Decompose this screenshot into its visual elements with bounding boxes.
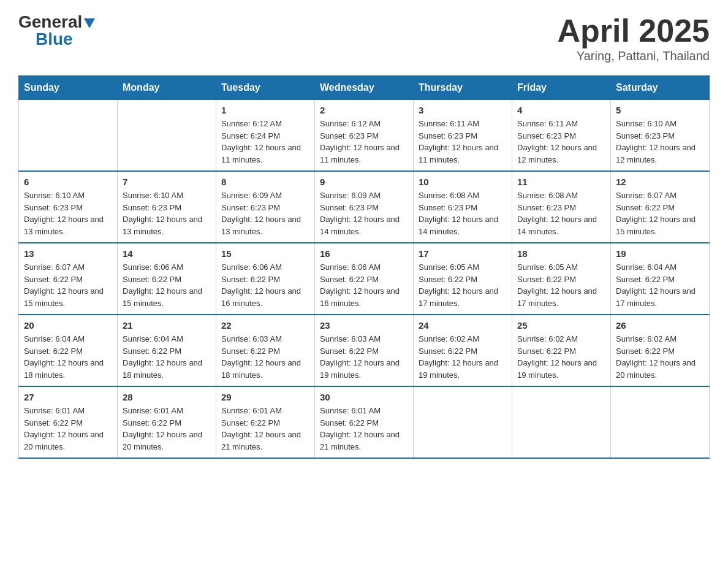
day-cell: 17Sunrise: 6:05 AMSunset: 6:22 PMDayligh… xyxy=(414,243,512,315)
day-info: Sunrise: 6:10 AMSunset: 6:23 PMDaylight:… xyxy=(123,190,211,237)
day-info: Sunrise: 6:09 AMSunset: 6:23 PMDaylight:… xyxy=(221,190,309,237)
day-number: 16 xyxy=(320,248,408,259)
day-cell: 20Sunrise: 6:04 AMSunset: 6:22 PMDayligh… xyxy=(19,315,118,386)
day-info: Sunrise: 6:06 AMSunset: 6:22 PMDaylight:… xyxy=(320,261,408,309)
day-number: 13 xyxy=(24,248,112,259)
day-number: 19 xyxy=(616,248,704,259)
day-number: 11 xyxy=(517,177,605,187)
day-info: Sunrise: 6:06 AMSunset: 6:22 PMDaylight:… xyxy=(123,261,211,309)
day-number: 17 xyxy=(419,248,507,259)
day-info: Sunrise: 6:05 AMSunset: 6:22 PMDaylight:… xyxy=(517,261,605,309)
day-info: Sunrise: 6:09 AMSunset: 6:23 PMDaylight:… xyxy=(320,190,408,237)
day-info: Sunrise: 6:04 AMSunset: 6:22 PMDaylight:… xyxy=(123,333,211,381)
header-friday: Friday xyxy=(512,76,611,100)
day-cell xyxy=(414,386,512,458)
day-number: 26 xyxy=(616,320,704,331)
day-number: 29 xyxy=(221,392,309,402)
day-info: Sunrise: 6:01 AMSunset: 6:22 PMDaylight:… xyxy=(221,405,309,453)
day-cell xyxy=(19,100,118,172)
day-number: 28 xyxy=(123,392,211,402)
day-number: 2 xyxy=(320,105,408,115)
logo: General Blue xyxy=(18,12,95,49)
day-number: 10 xyxy=(419,177,507,187)
day-cell: 1Sunrise: 6:12 AMSunset: 6:24 PMDaylight… xyxy=(216,100,315,172)
header-wednesday: Wednesday xyxy=(315,76,414,100)
day-cell: 3Sunrise: 6:11 AMSunset: 6:23 PMDaylight… xyxy=(414,100,512,172)
day-cell: 25Sunrise: 6:02 AMSunset: 6:22 PMDayligh… xyxy=(512,315,611,386)
day-number: 9 xyxy=(320,177,408,187)
calendar-table: SundayMondayTuesdayWednesdayThursdayFrid… xyxy=(18,75,710,459)
day-info: Sunrise: 6:10 AMSunset: 6:23 PMDaylight:… xyxy=(616,118,704,166)
page-header: General Blue April 2025 Yaring, Pattani,… xyxy=(18,12,710,63)
logo-blue-label: Blue xyxy=(36,29,73,48)
day-cell: 14Sunrise: 6:06 AMSunset: 6:22 PMDayligh… xyxy=(118,243,216,315)
day-cell: 27Sunrise: 6:01 AMSunset: 6:22 PMDayligh… xyxy=(19,386,118,458)
day-info: Sunrise: 6:11 AMSunset: 6:23 PMDaylight:… xyxy=(517,118,605,166)
day-number: 24 xyxy=(419,320,507,331)
day-cell: 9Sunrise: 6:09 AMSunset: 6:23 PMDaylight… xyxy=(315,171,414,243)
day-number: 23 xyxy=(320,320,408,331)
day-info: Sunrise: 6:01 AMSunset: 6:22 PMDaylight:… xyxy=(320,405,408,453)
day-cell: 5Sunrise: 6:10 AMSunset: 6:23 PMDaylight… xyxy=(611,100,710,172)
day-info: Sunrise: 6:02 AMSunset: 6:22 PMDaylight:… xyxy=(517,333,605,381)
week-row-3: 13Sunrise: 6:07 AMSunset: 6:22 PMDayligh… xyxy=(19,243,710,315)
day-number: 5 xyxy=(616,105,704,115)
week-row-2: 6Sunrise: 6:10 AMSunset: 6:23 PMDaylight… xyxy=(19,171,710,243)
day-number: 3 xyxy=(419,105,507,115)
header-thursday: Thursday xyxy=(414,76,512,100)
day-info: Sunrise: 6:07 AMSunset: 6:22 PMDaylight:… xyxy=(24,261,112,309)
day-number: 21 xyxy=(123,320,211,331)
day-cell xyxy=(118,100,216,172)
day-cell: 19Sunrise: 6:04 AMSunset: 6:22 PMDayligh… xyxy=(611,243,710,315)
day-info: Sunrise: 6:03 AMSunset: 6:22 PMDaylight:… xyxy=(221,333,309,381)
week-row-1: 1Sunrise: 6:12 AMSunset: 6:24 PMDaylight… xyxy=(19,100,710,172)
day-cell: 23Sunrise: 6:03 AMSunset: 6:22 PMDayligh… xyxy=(315,315,414,386)
day-cell: 29Sunrise: 6:01 AMSunset: 6:22 PMDayligh… xyxy=(216,386,315,458)
day-cell: 28Sunrise: 6:01 AMSunset: 6:22 PMDayligh… xyxy=(118,386,216,458)
logo-triangle-icon xyxy=(84,18,95,28)
day-info: Sunrise: 6:06 AMSunset: 6:22 PMDaylight:… xyxy=(221,261,309,309)
day-info: Sunrise: 6:04 AMSunset: 6:22 PMDaylight:… xyxy=(616,261,704,309)
day-cell: 21Sunrise: 6:04 AMSunset: 6:22 PMDayligh… xyxy=(118,315,216,386)
day-number: 20 xyxy=(24,320,112,331)
day-cell: 2Sunrise: 6:12 AMSunset: 6:23 PMDaylight… xyxy=(315,100,414,172)
day-info: Sunrise: 6:12 AMSunset: 6:23 PMDaylight:… xyxy=(320,118,408,166)
header-tuesday: Tuesday xyxy=(216,76,315,100)
day-cell: 8Sunrise: 6:09 AMSunset: 6:23 PMDaylight… xyxy=(216,171,315,243)
day-info: Sunrise: 6:11 AMSunset: 6:23 PMDaylight:… xyxy=(419,118,507,166)
day-info: Sunrise: 6:03 AMSunset: 6:22 PMDaylight:… xyxy=(320,333,408,381)
day-cell xyxy=(512,386,611,458)
day-info: Sunrise: 6:08 AMSunset: 6:23 PMDaylight:… xyxy=(517,190,605,237)
day-number: 15 xyxy=(221,248,309,259)
day-info: Sunrise: 6:01 AMSunset: 6:22 PMDaylight:… xyxy=(24,405,112,453)
day-cell: 30Sunrise: 6:01 AMSunset: 6:22 PMDayligh… xyxy=(315,386,414,458)
week-row-4: 20Sunrise: 6:04 AMSunset: 6:22 PMDayligh… xyxy=(19,315,710,386)
day-info: Sunrise: 6:04 AMSunset: 6:22 PMDaylight:… xyxy=(24,333,112,381)
header-monday: Monday xyxy=(118,76,216,100)
title-section: April 2025 Yaring, Pattani, Thailand xyxy=(557,12,710,63)
day-number: 12 xyxy=(616,177,704,187)
day-number: 8 xyxy=(221,177,309,187)
day-info: Sunrise: 6:01 AMSunset: 6:22 PMDaylight:… xyxy=(123,405,211,453)
day-cell: 16Sunrise: 6:06 AMSunset: 6:22 PMDayligh… xyxy=(315,243,414,315)
day-number: 4 xyxy=(517,105,605,115)
day-cell xyxy=(611,386,710,458)
day-info: Sunrise: 6:02 AMSunset: 6:22 PMDaylight:… xyxy=(419,333,507,381)
day-number: 27 xyxy=(24,392,112,402)
day-number: 6 xyxy=(24,177,112,187)
day-info: Sunrise: 6:10 AMSunset: 6:23 PMDaylight:… xyxy=(24,190,112,237)
day-number: 1 xyxy=(221,105,309,115)
day-number: 18 xyxy=(517,248,605,259)
calendar-title: April 2025 xyxy=(557,12,710,49)
day-cell: 26Sunrise: 6:02 AMSunset: 6:22 PMDayligh… xyxy=(611,315,710,386)
day-number: 7 xyxy=(123,177,211,187)
day-cell: 7Sunrise: 6:10 AMSunset: 6:23 PMDaylight… xyxy=(118,171,216,243)
day-info: Sunrise: 6:08 AMSunset: 6:23 PMDaylight:… xyxy=(419,190,507,237)
day-info: Sunrise: 6:05 AMSunset: 6:22 PMDaylight:… xyxy=(419,261,507,309)
day-cell: 15Sunrise: 6:06 AMSunset: 6:22 PMDayligh… xyxy=(216,243,315,315)
calendar-location: Yaring, Pattani, Thailand xyxy=(557,49,710,63)
day-cell: 22Sunrise: 6:03 AMSunset: 6:22 PMDayligh… xyxy=(216,315,315,386)
day-cell: 11Sunrise: 6:08 AMSunset: 6:23 PMDayligh… xyxy=(512,171,611,243)
header-saturday: Saturday xyxy=(611,76,710,100)
day-cell: 10Sunrise: 6:08 AMSunset: 6:23 PMDayligh… xyxy=(414,171,512,243)
